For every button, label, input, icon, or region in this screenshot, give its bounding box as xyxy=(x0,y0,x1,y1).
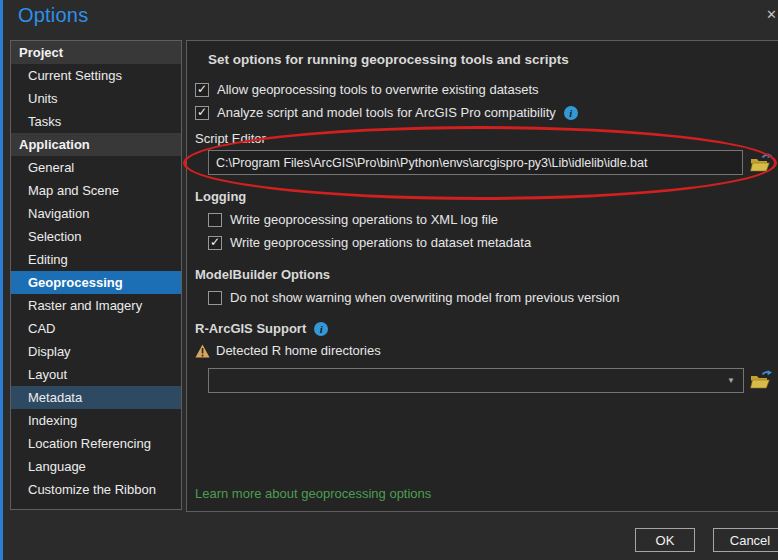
chevron-down-icon: ▼ xyxy=(727,376,735,385)
modelbuilder-warning-label: Do not show warning when overwriting mod… xyxy=(230,290,619,305)
sidebar-item-raster-and-imagery[interactable]: Raster and Imagery xyxy=(11,294,181,317)
analyze-compatibility-row: ✓ Analyze script and model tools for Arc… xyxy=(195,105,578,120)
sidebar-item-geoprocessing[interactable]: Geoprocessing xyxy=(11,271,181,294)
dialog-title: Options xyxy=(18,4,88,27)
window-left-accent xyxy=(0,0,3,560)
overwrite-datasets-row: ✓ Allow geoprocessing tools to overwrite… xyxy=(195,82,539,97)
panel-heading: Set options for running geoprocessing to… xyxy=(208,52,569,67)
open-folder-icon xyxy=(749,369,773,391)
open-folder-icon xyxy=(749,152,773,174)
rarcgis-header: R-ArcGIS Support xyxy=(195,321,306,336)
log-metadata-label: Write geoprocessing operations to datase… xyxy=(230,235,531,250)
sidebar-section-project: Project xyxy=(11,41,181,64)
info-icon[interactable]: i xyxy=(314,322,328,336)
sidebar-item-language[interactable]: Language xyxy=(11,455,181,478)
sidebar-item-customize-the-ribbon[interactable]: Customize the Ribbon xyxy=(11,478,181,501)
modelbuilder-header: ModelBuilder Options xyxy=(195,267,330,282)
log-metadata-row: ✓ Write geoprocessing operations to data… xyxy=(208,235,531,250)
log-xml-label: Write geoprocessing operations to XML lo… xyxy=(230,212,498,227)
script-editor-input[interactable] xyxy=(208,150,743,175)
cancel-button[interactable]: Cancel xyxy=(713,528,778,552)
modelbuilder-warning-checkbox[interactable] xyxy=(208,291,222,305)
info-icon[interactable]: i xyxy=(564,106,578,120)
options-sidebar: Project Current Settings Units Tasks App… xyxy=(10,40,182,510)
log-xml-checkbox[interactable] xyxy=(208,213,222,227)
log-xml-row: Write geoprocessing operations to XML lo… xyxy=(208,212,498,227)
r-home-dropdown[interactable]: ▼ xyxy=(208,368,744,393)
sidebar-item-units[interactable]: Units xyxy=(11,87,181,110)
rarcgis-header-row: R-ArcGIS Support i xyxy=(195,321,328,336)
warning-icon xyxy=(195,344,210,358)
sidebar-item-navigation[interactable]: Navigation xyxy=(11,202,181,225)
sidebar-item-current-settings[interactable]: Current Settings xyxy=(11,64,181,87)
checkmark-icon: ✓ xyxy=(197,106,207,118)
r-home-warning-row: Detected R home directories xyxy=(195,343,381,358)
geoprocessing-options-panel: Set options for running geoprocessing to… xyxy=(186,40,778,512)
sidebar-item-editing[interactable]: Editing xyxy=(11,248,181,271)
sidebar-section-application: Application xyxy=(11,133,181,156)
sidebar-item-tasks[interactable]: Tasks xyxy=(11,110,181,133)
r-home-warning-label: Detected R home directories xyxy=(216,343,381,358)
sidebar-item-layout[interactable]: Layout xyxy=(11,363,181,386)
overwrite-datasets-label: Allow geoprocessing tools to overwrite e… xyxy=(217,82,539,97)
sidebar-item-indexing[interactable]: Indexing xyxy=(11,409,181,432)
overwrite-datasets-checkbox[interactable]: ✓ xyxy=(195,83,209,97)
log-metadata-checkbox[interactable]: ✓ xyxy=(208,236,222,250)
sidebar-item-general[interactable]: General xyxy=(11,156,181,179)
sidebar-item-cad[interactable]: CAD xyxy=(11,317,181,340)
sidebar-item-location-referencing[interactable]: Location Referencing xyxy=(11,432,181,455)
analyze-compatibility-label: Analyze script and model tools for ArcGI… xyxy=(217,105,556,120)
close-icon[interactable]: ✕ xyxy=(766,7,777,22)
sidebar-item-metadata[interactable]: Metadata xyxy=(11,386,181,409)
checkmark-icon: ✓ xyxy=(210,236,220,248)
checkmark-icon: ✓ xyxy=(197,83,207,95)
script-editor-label: Script Editor xyxy=(195,131,266,146)
analyze-compatibility-checkbox[interactable]: ✓ xyxy=(195,106,209,120)
sidebar-item-map-and-scene[interactable]: Map and Scene xyxy=(11,179,181,202)
modelbuilder-warning-row: Do not show warning when overwriting mod… xyxy=(208,290,619,305)
learn-more-link[interactable]: Learn more about geoprocessing options xyxy=(195,486,431,501)
logging-header: Logging xyxy=(195,189,246,204)
script-editor-browse-button[interactable] xyxy=(749,152,773,174)
ok-button[interactable]: OK xyxy=(635,528,695,552)
sidebar-item-selection[interactable]: Selection xyxy=(11,225,181,248)
r-home-browse-button[interactable] xyxy=(749,369,773,391)
options-dialog: { "window": { "title": "Options", "close… xyxy=(0,0,778,560)
sidebar-item-display[interactable]: Display xyxy=(11,340,181,363)
